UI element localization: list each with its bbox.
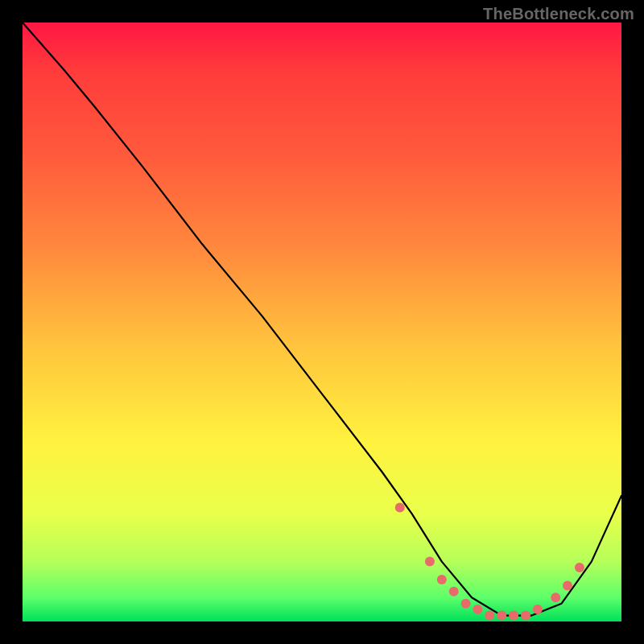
highlight-dot bbox=[485, 611, 494, 621]
highlight-dot bbox=[395, 503, 405, 513]
highlight-dot bbox=[437, 575, 447, 584]
highlight-dot bbox=[575, 563, 584, 572]
highlight-dot bbox=[497, 611, 506, 621]
highlight-dot bbox=[563, 580, 572, 590]
highlight-dot bbox=[425, 557, 435, 567]
bottleneck-curve-path bbox=[23, 23, 621, 616]
highlight-dot bbox=[521, 611, 530, 621]
highlight-dot bbox=[461, 599, 471, 609]
highlight-dot bbox=[509, 611, 518, 621]
highlight-dots-group bbox=[395, 503, 584, 621]
highlight-dot bbox=[473, 605, 482, 614]
heatmap-gradient-background bbox=[23, 23, 621, 621]
highlight-dot bbox=[533, 605, 543, 614]
bottleneck-curve-svg bbox=[23, 23, 621, 621]
highlight-dot bbox=[551, 592, 560, 602]
highlight-dot bbox=[449, 587, 459, 597]
watermark-label: TheBottleneck.com bbox=[483, 5, 634, 23]
chart-frame: TheBottleneck.com bbox=[0, 0, 644, 644]
